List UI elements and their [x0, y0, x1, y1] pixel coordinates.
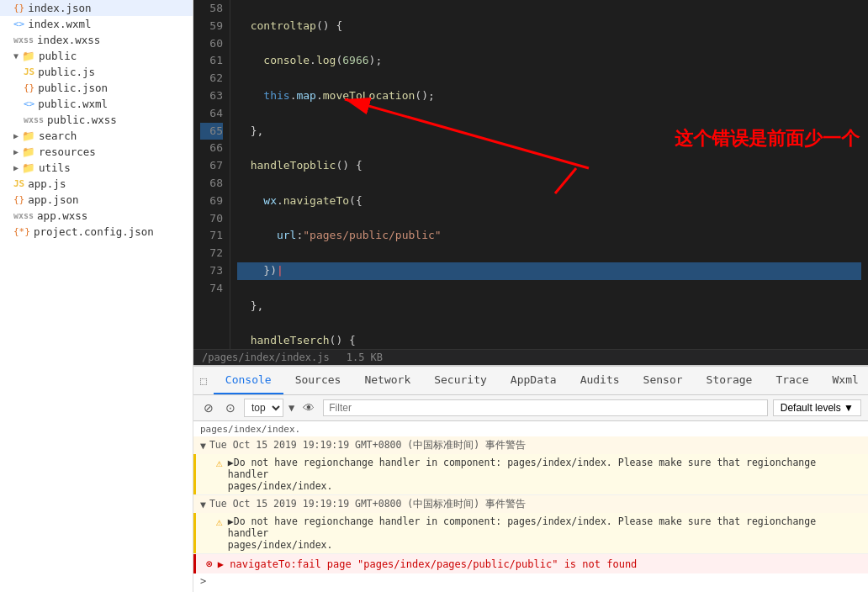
sidebar-label: search [39, 130, 77, 142]
tab-security[interactable]: Security [422, 367, 499, 394]
wxss-icon: wxss [13, 35, 34, 45]
sidebar-item-search-folder[interactable]: ▶ 📁 search [0, 128, 193, 144]
warning-text-2: ▶Do not have regionchange handler in com… [228, 515, 861, 551]
tab-sources[interactable]: Sources [283, 367, 353, 394]
sidebar-item-resources-folder[interactable]: ▶ 📁 resources [0, 144, 193, 160]
triangle-icon: ▶ [13, 147, 19, 156]
timestamp-2: Tue Oct 15 2019 19:19:19 GMT+0800 (中国标准时… [209, 498, 526, 510]
tab-console[interactable]: Console [214, 367, 283, 394]
tab-trace[interactable]: Trace [764, 367, 820, 394]
code-text[interactable]: controltap() { console.log(6966); this.m… [230, 0, 868, 349]
main-container: {} index.json <> index.wxml wxss index.w… [0, 0, 868, 592]
sidebar-label: index.wxml [28, 18, 91, 30]
devtools-panel: ⬚ Console Sources Network Security AppDa… [193, 365, 868, 592]
folder-icon: 📁 [22, 130, 35, 142]
file-sidebar: {} index.json <> index.wxml wxss index.w… [0, 0, 193, 592]
tab-wxml[interactable]: Wxml [821, 367, 868, 394]
file-size: 1.5 KB [347, 352, 383, 363]
timestamp-1: Tue Oct 15 2019 19:19:19 GMT+0800 (中国标准时… [209, 439, 526, 452]
tab-audits[interactable]: Audits [569, 367, 632, 394]
sidebar-item-utils-folder[interactable]: ▶ 📁 utils [0, 160, 193, 176]
cursor-icon[interactable]: ⬚ [193, 367, 214, 394]
levels-button[interactable]: Default levels ▼ [773, 399, 861, 416]
triangle-icon: ▶ [13, 131, 19, 140]
console-toolbar: ⊘ ⊙ top ▼ 👁 Default levels ▼ [193, 395, 868, 421]
console-input-line: > [193, 574, 868, 589]
console-group-header-1[interactable]: ▼ Tue Oct 15 2019 19:19:19 GMT+0800 (中国标… [193, 436, 868, 454]
sidebar-item-public-wxml[interactable]: <> public.wxml [0, 96, 193, 112]
sidebar-label: resources [39, 145, 96, 158]
eye-icon[interactable]: 👁 [299, 399, 318, 416]
sidebar-label: public.json [38, 82, 108, 94]
line-numbers: 58 59 60 61 62 63 64 65 66 67 68 69 70 7… [193, 0, 230, 349]
sidebar-label: public.wxml [38, 98, 108, 110]
sidebar-label: utils [39, 161, 71, 174]
sidebar-item-public-wxss[interactable]: wxss public.wxss [0, 112, 193, 128]
right-panel: 58 59 60 61 62 63 64 65 66 67 68 69 70 7… [193, 0, 868, 592]
sidebar-item-index-json[interactable]: {} index.json [0, 0, 193, 16]
tab-storage[interactable]: Storage [695, 367, 765, 394]
console-warning-row-2: ⚠ ▶Do not have regionchange handler in c… [193, 513, 868, 553]
sidebar-label: app.wxss [37, 209, 87, 222]
folder-icon: 📁 [22, 161, 35, 174]
wxml-icon: <> [24, 98, 34, 109]
console-group-1: ▼ Tue Oct 15 2019 19:19:19 GMT+0800 (中国标… [193, 436, 868, 495]
tab-appdata[interactable]: AppData [499, 367, 569, 394]
status-bar: /pages/index/index.js 1.5 KB [193, 349, 868, 365]
sidebar-label: app.js [28, 177, 66, 190]
console-group-2: ▼ Tue Oct 15 2019 19:19:19 GMT+0800 (中国标… [193, 495, 868, 554]
sidebar-label: app.json [28, 193, 78, 206]
clear-console-button[interactable]: ⊘ [200, 399, 217, 416]
json-icon: {} [13, 3, 24, 13]
prompt-icon: > [200, 575, 206, 587]
folder-icon: 📁 [22, 145, 35, 158]
warning-icon: ⚠ [216, 457, 223, 469]
sidebar-label: index.json [28, 2, 91, 14]
console-error-row[interactable]: ⊗ ▶ navigateTo:fail page "pages/index/pa… [193, 554, 868, 574]
sidebar-label: public [39, 50, 77, 62]
wxss-icon: wxss [24, 115, 44, 124]
sidebar-item-app-json[interactable]: {} app.json [0, 192, 193, 208]
sidebar-item-public-json[interactable]: {} public.json [0, 80, 193, 96]
wxml-icon: <> [13, 18, 24, 29]
js-icon: JS [13, 178, 24, 189]
sidebar-item-app-wxss[interactable]: wxss app.wxss [0, 208, 193, 224]
error-icon: ⊗ [206, 558, 213, 570]
file-path: /pages/index/index.js [202, 352, 330, 363]
sidebar-item-public-js[interactable]: JS public.js [0, 64, 193, 80]
sidebar-item-index-wxss[interactable]: wxss index.wxss [0, 32, 193, 48]
dropdown-arrow: ▼ [288, 402, 294, 414]
console-warning-row-1: ⚠ ▶Do not have regionchange handler in c… [193, 454, 868, 494]
warning-text-1: ▶Do not have regionchange handler in com… [228, 457, 861, 492]
sidebar-label: public.wxss [47, 114, 117, 126]
collapse-icon: ▼ [200, 499, 206, 510]
context-select[interactable]: top [244, 399, 283, 417]
warning-icon-2: ⚠ [216, 515, 223, 528]
console-prev-line: pages/index/index. [193, 421, 868, 436]
devtools-tabs: ⬚ Console Sources Network Security AppDa… [193, 366, 868, 395]
folder-icon: 📁 [22, 50, 35, 62]
sidebar-label: index.wxss [37, 34, 100, 46]
code-editor: 58 59 60 61 62 63 64 65 66 67 68 69 70 7… [193, 0, 868, 349]
triangle-icon: ▼ [13, 51, 19, 61]
stop-button[interactable]: ⊙ [222, 399, 239, 416]
sidebar-item-public-folder[interactable]: ▼ 📁 public [0, 48, 193, 64]
triangle-icon: ▶ [13, 163, 19, 172]
js-icon: JS [24, 66, 34, 77]
sidebar-item-index-wxml[interactable]: <> index.wxml [0, 16, 193, 32]
sidebar-label: project.config.json [34, 225, 154, 238]
sidebar-item-app-js[interactable]: JS app.js [0, 176, 193, 192]
sidebar-item-project-config[interactable]: {*} project.config.json [0, 224, 193, 240]
collapse-icon: ▼ [200, 440, 206, 452]
config-icon: {*} [13, 226, 30, 237]
tab-sensor[interactable]: Sensor [632, 367, 695, 394]
console-group-header-2[interactable]: ▼ Tue Oct 15 2019 19:19:19 GMT+0800 (中国标… [193, 495, 868, 513]
json-icon: {} [13, 194, 24, 205]
tab-network[interactable]: Network [352, 367, 422, 394]
filter-input[interactable] [323, 399, 768, 416]
json-icon: {} [24, 82, 34, 93]
sidebar-label: public.js [38, 66, 95, 78]
error-text: ▶ navigateTo:fail page "pages/index/page… [218, 558, 638, 570]
console-output: pages/index/index. ▼ Tue Oct 15 2019 19:… [193, 421, 868, 592]
wxss-icon: wxss [13, 211, 34, 220]
